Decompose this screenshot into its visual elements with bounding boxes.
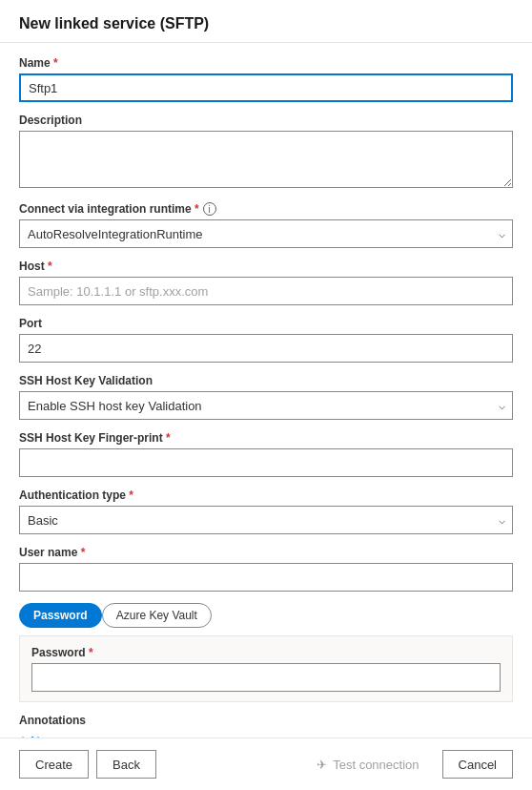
password-field-label: Password xyxy=(31,646,501,659)
name-input[interactable] xyxy=(19,73,513,102)
description-group: Description xyxy=(19,114,513,191)
test-connection-button[interactable]: ✈ Test connection xyxy=(301,753,434,777)
runtime-select-wrapper: AutoResolveIntegrationRuntime ⌵ xyxy=(19,219,513,248)
password-tab[interactable]: Password xyxy=(19,603,102,628)
port-label: Port xyxy=(19,317,513,330)
azure-key-vault-tab[interactable]: Azure Key Vault xyxy=(102,603,212,628)
auth-type-select[interactable]: Basic xyxy=(19,506,513,534)
username-group: User name xyxy=(19,546,513,592)
port-input[interactable] xyxy=(19,334,513,363)
ssh-validation-group: SSH Host Key Validation Enable SSH host … xyxy=(19,374,513,420)
password-input[interactable] xyxy=(31,663,501,692)
panel-header: New linked service (SFTP) xyxy=(0,0,532,43)
description-textarea[interactable] xyxy=(19,131,513,188)
ssh-validation-select[interactable]: Enable SSH host key Validation xyxy=(19,391,513,420)
annotations-label: Annotations xyxy=(19,714,513,727)
new-linked-service-panel: New linked service (SFTP) Name Descripti… xyxy=(0,0,532,790)
host-label: Host xyxy=(19,260,513,273)
test-connection-label: Test connection xyxy=(333,758,419,772)
ssh-validation-label: SSH Host Key Validation xyxy=(19,374,513,387)
ssh-fingerprint-input[interactable] xyxy=(19,448,513,477)
runtime-label-row: Connect via integration runtime i xyxy=(19,202,513,216)
host-group: Host xyxy=(19,260,513,305)
auth-type-group: Authentication type Basic ⌵ xyxy=(19,489,513,534)
test-connection-icon: ✈ xyxy=(317,758,327,772)
name-group: Name xyxy=(19,56,513,102)
password-section: Password xyxy=(19,635,513,702)
panel-title: New linked service (SFTP) xyxy=(19,15,513,32)
cancel-button[interactable]: Cancel xyxy=(442,750,513,779)
host-input[interactable] xyxy=(19,277,513,305)
panel-body: Name Description Connect via integration… xyxy=(0,43,532,738)
runtime-select[interactable]: AutoResolveIntegrationRuntime xyxy=(19,219,513,248)
username-label: User name xyxy=(19,546,513,559)
add-annotation-button[interactable]: + New xyxy=(19,731,55,738)
back-button[interactable]: Back xyxy=(96,750,156,779)
runtime-label: Connect via integration runtime xyxy=(19,202,199,216)
annotations-section: Annotations + New xyxy=(19,714,513,738)
runtime-info-icon[interactable]: i xyxy=(203,202,216,216)
description-label: Description xyxy=(19,114,513,127)
panel-footer: Create Back ✈ Test connection Cancel xyxy=(0,738,532,790)
auth-type-label: Authentication type xyxy=(19,489,513,502)
username-input[interactable] xyxy=(19,563,513,592)
ssh-fingerprint-group: SSH Host Key Finger-print xyxy=(19,431,513,477)
name-label: Name xyxy=(19,56,513,70)
port-group: Port xyxy=(19,317,513,363)
credential-group: Password Azure Key Vault Password xyxy=(19,603,513,702)
ssh-fingerprint-label: SSH Host Key Finger-print xyxy=(19,431,513,445)
auth-type-select-wrapper: Basic ⌵ xyxy=(19,506,513,534)
credential-tab-group: Password Azure Key Vault xyxy=(19,603,513,628)
ssh-validation-select-wrapper: Enable SSH host key Validation ⌵ xyxy=(19,391,513,420)
create-button[interactable]: Create xyxy=(19,750,89,779)
runtime-group: Connect via integration runtime i AutoRe… xyxy=(19,202,513,248)
